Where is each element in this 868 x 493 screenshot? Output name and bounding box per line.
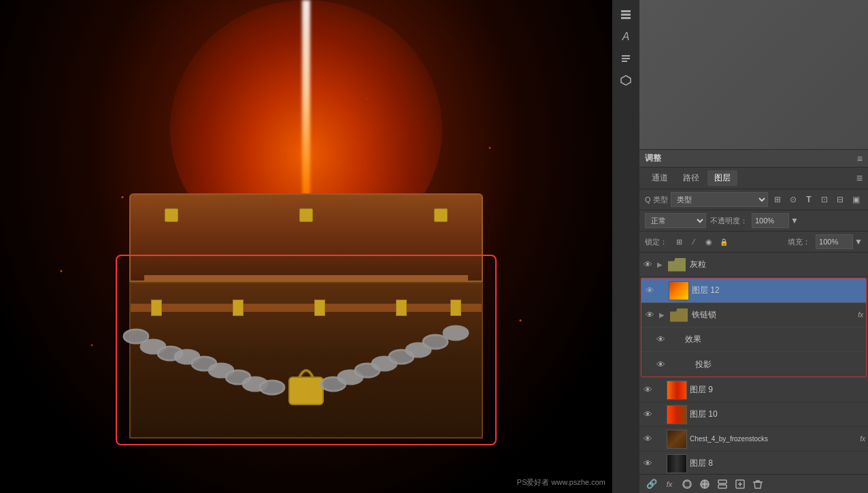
svg-rect-25 — [684, 481, 690, 487]
adjustment-panel-header: 调整 ≡ — [639, 150, 868, 168]
layer-item-shadow[interactable]: 👁 投影 — [641, 352, 866, 377]
layer-item-chest[interactable]: 👁 Chest_4_by_frozenstocks fx — [639, 427, 868, 451]
arrow-chain[interactable]: ▶ — [658, 311, 666, 319]
layer-item-huili[interactable]: 👁 ▶ 灰粒 — [639, 253, 868, 277]
layer-fx-chain: fx — [858, 311, 863, 319]
filter-icon-adjustment[interactable]: ⊡ — [818, 193, 831, 206]
filter-type-select[interactable]: 类型 名称 颜色 — [671, 192, 768, 207]
fill-dropdown-icon[interactable]: ▼ — [854, 237, 863, 246]
eye-icon-10[interactable]: 👁 — [642, 409, 653, 420]
arrow-9 — [656, 386, 664, 394]
eye-icon-huili[interactable]: 👁 — [642, 259, 653, 270]
thumb-10-content — [667, 406, 686, 424]
btn-add-layer[interactable] — [733, 477, 747, 491]
tab-channel[interactable]: 通道 — [645, 170, 675, 186]
thumb-12 — [669, 281, 689, 300]
btn-link[interactable]: 🔗 — [645, 477, 658, 491]
eye-icon-chain[interactable]: 👁 — [644, 310, 655, 321]
arrow-8 — [656, 460, 664, 468]
layer-name-9: 图层 9 — [690, 384, 865, 396]
eye-icon-effect[interactable]: 👁 — [655, 334, 666, 345]
fill-control: ▼ — [816, 234, 863, 249]
btn-fx[interactable]: fx — [663, 477, 676, 491]
tab-path[interactable]: 路径 — [676, 170, 706, 186]
chest-band — [131, 304, 482, 312]
arrow-huili[interactable]: ▶ — [656, 261, 664, 269]
thumb-8-content — [667, 455, 686, 473]
layer-name-huili: 灰粒 — [690, 259, 865, 270]
thumb-chest — [667, 430, 687, 449]
opacity-input[interactable] — [752, 213, 789, 228]
properties-preview — [639, 0, 868, 150]
panels-tabs: 通道 路径 图层 — [645, 170, 737, 186]
svg-point-8 — [260, 381, 284, 394]
deco-5 — [450, 300, 461, 316]
thumb-10 — [667, 405, 687, 424]
right-panel: A 调整 ≡ 通道 路径 图层 ≡ Q 类型 — [612, 0, 868, 493]
layer-name-effect: 效果 — [685, 334, 863, 345]
layer-fx-chest: fx — [860, 435, 865, 443]
svg-rect-22 — [622, 58, 630, 59]
layer-name-chain: 铁链锁 — [692, 309, 855, 321]
panel-toolbar: A — [612, 0, 639, 493]
layer-item-10[interactable]: 👁 图层 10 — [639, 402, 868, 427]
layer-item-12[interactable]: 👁 图层 12 — [641, 279, 866, 303]
layers-list[interactable]: 👁 ▶ 灰粒 👁 图层 12 👁 — [639, 253, 868, 474]
lock-label: 锁定： — [645, 237, 667, 247]
btn-adjustment[interactable] — [698, 477, 712, 491]
filter-icon-smart[interactable]: ⊟ — [833, 193, 847, 206]
svg-rect-21 — [622, 55, 630, 57]
tool-paragraph-icon[interactable] — [616, 49, 636, 68]
layer-item-effect[interactable]: 👁 效果 — [641, 328, 866, 352]
btn-group[interactable] — [716, 477, 729, 491]
clasp-3 — [299, 208, 313, 222]
tool-layers-icon[interactable] — [616, 5, 636, 25]
layer-name-shadow: 投影 — [695, 359, 863, 370]
tab-layers[interactable]: 图层 — [707, 170, 737, 186]
lock-position-btn[interactable]: ◉ — [703, 236, 715, 248]
lock-transparent-btn[interactable]: ⊞ — [673, 236, 685, 248]
canvas-area: PS爱好者 www.pszhe.com — [0, 0, 612, 493]
panel-menu-icon[interactable]: ≡ — [857, 153, 863, 164]
tool-text-icon[interactable]: A — [616, 27, 636, 46]
layer-name-10: 图层 10 — [690, 409, 865, 420]
eye-icon-shadow[interactable]: 👁 — [655, 359, 666, 370]
btn-mask[interactable] — [680, 477, 694, 491]
chest-lid — [129, 193, 483, 282]
svg-point-16 — [423, 335, 448, 349]
layer-item-9[interactable]: 👁 图层 9 — [639, 378, 868, 402]
layers-bottom-toolbar: 🔗 fx — [639, 474, 868, 493]
arrow-10 — [656, 411, 664, 419]
eye-icon-8[interactable]: 👁 — [642, 458, 653, 469]
lock-all-btn[interactable]: 🔒 — [718, 236, 730, 248]
layer-name-12: 图层 12 — [692, 285, 863, 296]
btn-delete[interactable] — [751, 477, 765, 491]
tool-3d-icon[interactable] — [616, 71, 636, 90]
svg-rect-27 — [718, 480, 727, 483]
chain-svg — [109, 316, 503, 411]
thumb-chest-content — [667, 430, 686, 448]
opacity-dropdown-icon[interactable]: ▼ — [790, 216, 799, 225]
thumb-huili — [667, 255, 687, 274]
filter-icon-text[interactable]: T — [802, 193, 816, 206]
lock-image-btn[interactable]: ∕ — [688, 236, 700, 248]
svg-rect-20 — [621, 17, 631, 19]
filter-icon-pixel[interactable]: ▣ — [849, 193, 863, 206]
tab-menu-icon[interactable]: ≡ — [856, 172, 863, 185]
clasp-1 — [165, 208, 178, 222]
layer-item-8[interactable]: 👁 图层 8 — [639, 451, 868, 474]
layer-item-chain-group[interactable]: 👁 ▶ 铁链锁 fx — [641, 303, 866, 328]
chain-container — [109, 316, 503, 411]
fill-input[interactable] — [816, 234, 853, 249]
blend-mode-select[interactable]: 正常 溶解 正片叠底 滤色 — [645, 213, 706, 228]
folder-shape-chain — [670, 308, 688, 322]
deco-4 — [396, 300, 407, 316]
eye-icon-9[interactable]: 👁 — [642, 385, 653, 396]
eye-icon-chest[interactable]: 👁 — [642, 434, 653, 445]
eye-icon-12[interactable]: 👁 — [644, 285, 655, 296]
blend-row: 正常 溶解 正片叠底 滤色 不透明度： ▼ — [639, 210, 868, 232]
deco-3 — [314, 300, 325, 316]
filter-icon-grid[interactable]: ⊞ — [771, 193, 784, 206]
lock-row: 锁定： ⊞ ∕ ◉ 🔒 填充： ▼ — [639, 232, 868, 253]
filter-icon-circle[interactable]: ⊙ — [786, 193, 800, 206]
